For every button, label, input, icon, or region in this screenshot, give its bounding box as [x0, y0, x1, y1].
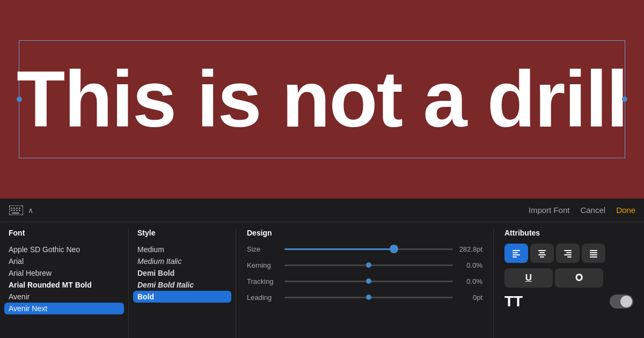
- font-item-avenir-next[interactable]: Avenir Next: [4, 303, 124, 314]
- align-center-button[interactable]: [530, 244, 554, 263]
- font-column: Font Apple SD Gothic Neo Arial Arial Heb…: [0, 229, 129, 338]
- kerning-slider[interactable]: [284, 260, 453, 270]
- columns-row: Font Apple SD Gothic Neo Arial Arial Heb…: [0, 222, 644, 338]
- svg-rect-2: [13, 208, 15, 209]
- font-item[interactable]: Arial: [9, 255, 120, 267]
- design-row-tracking: Tracking 0.0%: [247, 276, 482, 286]
- handle-right[interactable]: [622, 97, 627, 102]
- svg-rect-21: [567, 256, 572, 258]
- style-item-demi-bold-italic[interactable]: Demi Bold Italic: [137, 279, 227, 291]
- svg-rect-8: [19, 210, 20, 211]
- design-row-kerning: Kerning 0.0%: [247, 260, 482, 270]
- svg-rect-9: [12, 212, 19, 214]
- svg-rect-3: [16, 208, 18, 209]
- toggle[interactable]: [610, 295, 633, 308]
- svg-rect-14: [538, 250, 546, 251]
- align-buttons-group: [504, 244, 633, 263]
- svg-rect-13: [513, 256, 517, 258]
- svg-rect-15: [539, 252, 545, 253]
- align-right-button[interactable]: [556, 244, 580, 263]
- outline-button[interactable]: O: [555, 268, 603, 288]
- font-column-header: Font: [9, 229, 120, 237]
- underline-button[interactable]: U: [504, 268, 553, 288]
- design-label-size: Size: [247, 245, 284, 253]
- svg-rect-11: [513, 252, 518, 253]
- font-list: Apple SD Gothic Neo Arial Arial Hebrew A…: [9, 244, 120, 314]
- toggle-knob: [620, 296, 632, 307]
- svg-rect-22: [590, 250, 597, 251]
- svg-rect-25: [590, 256, 597, 258]
- style-column-header: Style: [137, 229, 227, 237]
- headline-text[interactable]: This is not a drill: [17, 60, 627, 139]
- svg-rect-24: [590, 254, 597, 255]
- svg-rect-5: [11, 210, 12, 211]
- svg-rect-16: [538, 254, 546, 255]
- style-item-medium-italic[interactable]: Medium Italic: [137, 255, 227, 267]
- done-button[interactable]: Done: [616, 205, 635, 215]
- attributes-column-header: Attributes: [504, 229, 633, 237]
- style-item-demi-bold[interactable]: Demi Bold: [137, 267, 227, 279]
- svg-rect-17: [540, 256, 544, 258]
- tracking-slider[interactable]: [284, 276, 453, 286]
- font-item-arial-rounded[interactable]: Arial Rounded MT Bold: [9, 279, 120, 291]
- justify-button[interactable]: [582, 244, 605, 263]
- tt-row: TT: [504, 293, 633, 310]
- toolbar-row: ∧ Import Font Cancel Done: [0, 199, 644, 222]
- cancel-button[interactable]: Cancel: [580, 205, 605, 215]
- font-item[interactable]: Arial Hebrew: [9, 267, 120, 279]
- design-label-kerning: Kerning: [247, 261, 284, 269]
- style-item-medium[interactable]: Medium: [137, 244, 227, 255]
- svg-rect-1: [11, 208, 12, 209]
- design-column: Design Size 282.8pt Kerning: [236, 229, 494, 338]
- design-label-leading: Leading: [247, 293, 284, 302]
- bottom-panel: ∧ Import Font Cancel Done Font Apple SD …: [0, 199, 644, 338]
- svg-rect-18: [564, 250, 572, 251]
- style-column: Style Medium Medium Italic Demi Bold Dem…: [129, 229, 236, 338]
- svg-rect-19: [566, 252, 572, 253]
- size-slider[interactable]: [284, 244, 453, 254]
- design-row-leading: Leading 0pt: [247, 292, 482, 303]
- handle-left[interactable]: [17, 97, 22, 102]
- svg-rect-4: [19, 208, 20, 209]
- text-box[interactable]: This is not a drill: [19, 40, 625, 158]
- tracking-value: 0.0%: [453, 277, 482, 285]
- svg-rect-23: [590, 252, 597, 253]
- design-row-size: Size 282.8pt: [247, 244, 482, 254]
- keyboard-icon[interactable]: [9, 205, 24, 216]
- canvas-area: This is not a drill: [0, 0, 644, 199]
- import-font-button[interactable]: Import Font: [529, 205, 570, 215]
- font-item-avenir[interactable]: Avenir: [9, 291, 120, 303]
- attributes-column: Attributes U: [494, 229, 644, 338]
- chevron-up-icon[interactable]: ∧: [28, 206, 33, 215]
- align-left-button[interactable]: [504, 244, 528, 263]
- leading-value: 0pt: [453, 293, 482, 302]
- font-item[interactable]: Apple SD Gothic Neo: [9, 244, 120, 255]
- kerning-value: 0.0%: [453, 261, 482, 269]
- svg-rect-10: [513, 250, 520, 251]
- svg-rect-7: [16, 210, 18, 211]
- format-buttons-group: U O: [504, 268, 633, 288]
- leading-slider[interactable]: [284, 292, 453, 303]
- svg-rect-12: [513, 254, 520, 255]
- size-value: 282.8pt: [453, 245, 482, 253]
- design-column-header: Design: [247, 229, 482, 237]
- tt-label: TT: [504, 293, 523, 310]
- toolbar-right: Import Font Cancel Done: [529, 205, 635, 215]
- design-label-tracking: Tracking: [247, 277, 284, 285]
- toolbar-left: ∧: [9, 205, 33, 216]
- style-list: Medium Medium Italic Demi Bold Demi Bold…: [137, 244, 227, 303]
- style-item-bold[interactable]: Bold: [133, 291, 231, 303]
- svg-rect-20: [564, 254, 572, 255]
- svg-rect-6: [13, 210, 15, 211]
